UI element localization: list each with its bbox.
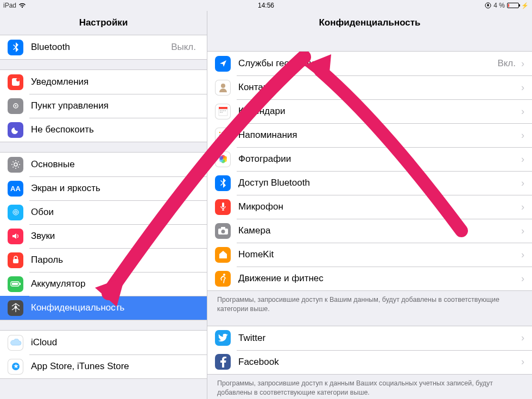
sidebar-item-label: Пароль xyxy=(31,255,199,265)
group-footer: Программы, запросившие доступ к данным В… xyxy=(207,375,532,399)
chevron-right-icon: › xyxy=(521,201,524,213)
sidebar-item-label: Обои xyxy=(31,207,199,218)
sidebar-item-label: Аккумулятор xyxy=(31,278,199,289)
svg-rect-16 xyxy=(219,107,227,109)
sidebar-item-passcode[interactable]: Пароль xyxy=(0,248,207,272)
sidebar-item-bluetooth[interactable]: Bluetooth Выкл. xyxy=(0,35,207,59)
microphone-icon xyxy=(215,199,231,215)
sidebar-item-appstore[interactable]: App Store, iTunes Store xyxy=(0,354,207,378)
wifi-icon xyxy=(18,3,26,8)
detail-item-microphone[interactable]: Микрофон › xyxy=(207,195,532,219)
chevron-right-icon: › xyxy=(521,356,524,368)
general-icon xyxy=(8,157,23,173)
svg-point-8 xyxy=(15,212,16,213)
svg-point-40 xyxy=(223,274,225,276)
chevron-right-icon: › xyxy=(521,249,524,261)
twitter-icon xyxy=(215,330,231,346)
charging-icon: ⚡ xyxy=(521,2,529,9)
chevron-right-icon: › xyxy=(521,82,524,93)
sidebar-item-display[interactable]: AA Экран и яркость xyxy=(0,176,207,200)
calendars-icon xyxy=(215,104,231,119)
sidebar-item-label: iCloud xyxy=(31,337,199,348)
sidebar-item-label: Bluetooth xyxy=(31,42,171,53)
svg-point-13 xyxy=(14,306,17,309)
sidebar-item-label: Конфиденциальность xyxy=(31,302,199,313)
sidebar-item-label: Пункт управления xyxy=(31,100,199,111)
detail-item-homekit[interactable]: HomeKit › xyxy=(207,243,532,267)
settings-sidebar: Настройки Bluetooth Выкл. Уведомления Пу… xyxy=(0,11,207,399)
detail-item-contacts[interactable]: Контакты › xyxy=(207,75,532,99)
contacts-icon xyxy=(215,80,231,96)
appstore-icon xyxy=(8,359,23,375)
battery-icon xyxy=(8,276,23,292)
sidebar-item-control-center[interactable]: Пункт управления xyxy=(0,94,207,118)
sidebar-item-notifications[interactable]: Уведомления xyxy=(0,70,207,94)
passcode-icon xyxy=(8,252,23,268)
do-not-disturb-icon xyxy=(8,122,23,138)
detail-item-reminders[interactable]: Напоминания › xyxy=(207,123,532,147)
detail-pane: Конфиденциальность Службы геолокации Вкл… xyxy=(207,11,532,399)
sidebar-item-sounds[interactable]: Звуки xyxy=(0,224,207,248)
svg-point-35 xyxy=(219,156,223,160)
privacy-icon xyxy=(8,300,23,316)
chevron-right-icon: › xyxy=(521,154,524,165)
svg-rect-12 xyxy=(20,283,21,285)
detail-item-value: Вкл. xyxy=(497,58,516,69)
detail-group: Службы геолокации Вкл. › Контакты › Кале… xyxy=(207,51,532,291)
sidebar-item-label: Уведомления xyxy=(31,77,199,87)
detail-item-twitter[interactable]: Twitter › xyxy=(207,326,532,350)
detail-item-location[interactable]: Службы геолокации Вкл. › xyxy=(207,52,532,75)
chevron-right-icon: › xyxy=(521,130,524,141)
device-label: iPad xyxy=(3,2,16,9)
detail-item-label: Twitter xyxy=(238,333,519,344)
sidebar-item-label: Экран и яркость xyxy=(31,183,199,194)
sidebar-group: Bluetooth Выкл. xyxy=(0,35,207,60)
svg-rect-29 xyxy=(221,137,227,138)
detail-item-bluetooth-sharing[interactable]: Доступ Bluetooth › xyxy=(207,171,532,195)
detail-item-calendars[interactable]: Календари › xyxy=(207,99,532,123)
sounds-icon xyxy=(8,229,23,244)
sidebar-item-icloud[interactable]: iCloud xyxy=(0,331,207,354)
svg-rect-25 xyxy=(221,132,227,133)
sidebar-item-label: App Store, iTunes Store xyxy=(31,361,199,372)
sidebar-item-wallpaper[interactable]: Обои xyxy=(0,200,207,224)
sidebar-group: Уведомления Пункт управления Не беспокои… xyxy=(0,69,207,142)
detail-title: Конфиденциальность xyxy=(207,11,532,35)
chevron-right-icon: › xyxy=(521,106,524,117)
svg-point-5 xyxy=(14,163,17,166)
battery-pct: 4 % xyxy=(493,2,505,9)
detail-item-label: Движение и фитнес xyxy=(238,273,519,284)
detail-item-label: Службы геолокации xyxy=(238,58,497,69)
detail-item-label: Календари xyxy=(238,106,519,117)
sidebar-item-value: Выкл. xyxy=(171,42,196,53)
motion-icon xyxy=(215,271,231,287)
detail-item-label: Камера xyxy=(238,225,519,236)
svg-rect-21 xyxy=(225,110,226,111)
sidebar-item-battery[interactable]: Аккумулятор xyxy=(0,272,207,296)
facebook-icon xyxy=(215,354,231,370)
detail-item-photos[interactable]: Фотографии › xyxy=(207,147,532,171)
group-footer: Программы, запросившие доступ к Вашим да… xyxy=(207,291,532,316)
icloud-icon xyxy=(8,335,23,351)
sidebar-item-label: Звуки xyxy=(31,231,199,242)
battery-icon xyxy=(507,3,519,8)
photos-icon xyxy=(215,151,231,167)
homekit-icon xyxy=(215,247,231,263)
sidebar-item-do-not-disturb[interactable]: Не беспокоить xyxy=(0,118,207,142)
sidebar-item-label: Не беспокоить xyxy=(31,124,199,135)
detail-item-label: Фотографии xyxy=(238,154,519,164)
bluetooth-sharing-icon xyxy=(215,175,231,191)
detail-item-facebook[interactable]: Facebook › xyxy=(207,350,532,374)
sidebar-item-general[interactable]: Основные xyxy=(0,153,207,176)
sidebar-item-privacy[interactable]: Конфиденциальность xyxy=(0,296,207,320)
svg-rect-22 xyxy=(220,112,221,113)
notifications-icon xyxy=(8,74,23,90)
detail-item-motion[interactable]: Движение и фитнес › xyxy=(207,267,532,290)
bluetooth-icon xyxy=(8,40,23,55)
chevron-right-icon: › xyxy=(521,332,524,344)
chevron-right-icon: › xyxy=(521,225,524,237)
detail-item-camera[interactable]: Камера › xyxy=(207,219,532,243)
chevron-right-icon: › xyxy=(521,178,524,189)
detail-item-label: Доступ Bluetooth xyxy=(238,178,519,188)
svg-rect-23 xyxy=(221,112,223,113)
